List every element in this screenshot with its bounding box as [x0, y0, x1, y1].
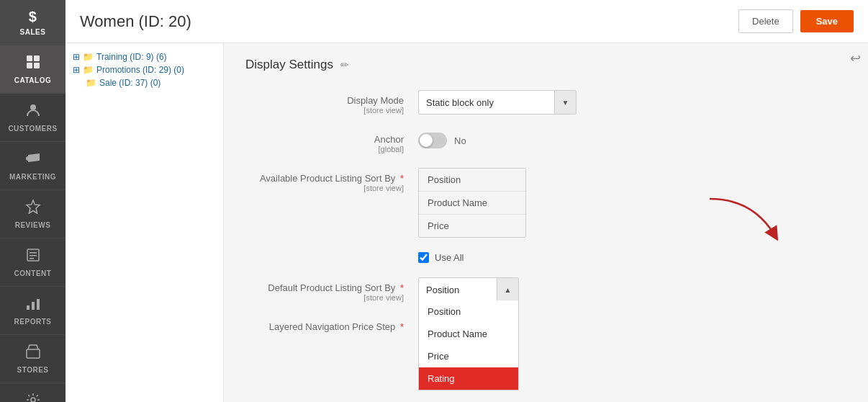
- sidebar-stores-label: STORES: [17, 366, 49, 374]
- stores-icon: [25, 344, 41, 363]
- anchor-toggle-label: No: [454, 135, 466, 146]
- delete-button[interactable]: Delete: [738, 9, 793, 33]
- display-mode-row: Display Mode [store view] Static block o…: [245, 90, 846, 115]
- sidebar-item-sales[interactable]: $ SALES: [0, 0, 65, 45]
- sidebar-reviews-label: REVIEWS: [15, 221, 51, 229]
- listbox-item-price[interactable]: Price: [419, 215, 525, 237]
- tree-item-label: Promotions (ID: 29) (0): [96, 65, 184, 75]
- display-mode-select-wrapper[interactable]: Static block only Products only Static b…: [418, 90, 577, 115]
- undo-icon[interactable]: ↩: [850, 50, 861, 66]
- sidebar-customers-label: CUSTOMERS: [8, 125, 57, 133]
- sidebar-item-customers[interactable]: CUSTOMERS: [0, 94, 65, 142]
- option-position[interactable]: Position: [419, 300, 518, 323]
- sidebar-item-label: SALES: [20, 28, 46, 36]
- default-sort-row: Default Product Listing Sort By * [store…: [245, 277, 846, 302]
- expand-icon: ⊞: [73, 52, 80, 62]
- main-area: Women (ID: 20) Delete Save ⊞ 📁 Training …: [65, 0, 868, 402]
- tree-item-label: Sale (ID: 37) (0): [99, 78, 161, 88]
- gear-icon: [25, 392, 41, 402]
- section-title: Display Settings: [245, 58, 333, 72]
- svg-marker-7: [27, 200, 40, 213]
- sidebar-item-system[interactable]: SYSTEM: [0, 383, 65, 402]
- default-sort-label: Default Product Listing Sort By * [store…: [245, 277, 404, 302]
- sidebar: $ SALES CATALOG CUSTOMERS: [0, 0, 65, 402]
- page-title: Women (ID: 20): [80, 12, 191, 31]
- anchor-control: No: [418, 129, 778, 148]
- svg-rect-14: [37, 299, 40, 310]
- sidebar-item-content[interactable]: CONTENT: [0, 238, 65, 287]
- svg-point-4: [30, 104, 36, 110]
- option-product-name[interactable]: Product Name: [419, 323, 518, 345]
- reviews-icon: [25, 199, 41, 218]
- option-price[interactable]: Price: [419, 345, 518, 367]
- catalog-icon: [25, 54, 41, 73]
- body-area: ⊞ 📁 Training (ID: 9) (6) ⊞ 📁 Promotions …: [65, 43, 868, 402]
- save-button[interactable]: Save: [800, 10, 854, 32]
- svg-point-16: [31, 398, 35, 402]
- default-sort-trigger[interactable]: Position ▲: [418, 277, 519, 302]
- listbox-item-product-name[interactable]: Product Name: [419, 192, 525, 215]
- sidebar-item-marketing[interactable]: MARKETING: [0, 142, 65, 190]
- sidebar-item-reports[interactable]: REPORTS: [0, 287, 65, 335]
- sidebar-item-reviews[interactable]: REVIEWS: [0, 190, 65, 238]
- tree-item-sale[interactable]: 📁 Sale (ID: 37) (0): [73, 76, 216, 89]
- svg-rect-13: [32, 302, 35, 310]
- anchor-label: Anchor [global]: [245, 129, 404, 153]
- customers-icon: [25, 102, 41, 122]
- folder-icon-promotions: 📁: [83, 65, 94, 75]
- svg-rect-9: [30, 252, 37, 254]
- available-sort-listbox[interactable]: Position Product Name Price: [418, 168, 526, 238]
- edit-icon[interactable]: ✏: [340, 59, 349, 71]
- layered-nav-row: Layered Navigation Price Step *: [245, 316, 846, 337]
- section-header: Display Settings ✏: [245, 58, 846, 72]
- sidebar-marketing-label: MARKETING: [9, 173, 56, 181]
- sidebar-reports-label: REPORTS: [14, 318, 52, 326]
- default-sort-control: Position ▲ Position Product Name Price R…: [418, 277, 778, 302]
- use-all-label[interactable]: Use All: [435, 252, 464, 263]
- svg-rect-0: [27, 55, 32, 61]
- use-all-checkbox[interactable]: [418, 252, 429, 263]
- default-sort-value: Position: [419, 280, 497, 300]
- tree-item-label: Training (ID: 9) (6): [96, 52, 167, 62]
- available-sort-label: Available Product Listing Sort By * [sto…: [245, 168, 404, 192]
- dropdown-up-arrow-icon[interactable]: ▲: [497, 278, 518, 301]
- default-sort-menu: Position Product Name Price Rating: [418, 300, 519, 390]
- svg-rect-15: [27, 349, 40, 358]
- display-mode-control: Static block only Products only Static b…: [418, 90, 778, 115]
- svg-rect-11: [30, 258, 34, 259]
- left-panel: ⊞ 📁 Training (ID: 9) (6) ⊞ 📁 Promotions …: [65, 43, 224, 402]
- dollar-icon: $: [29, 9, 37, 25]
- tree-item-training[interactable]: ⊞ 📁 Training (ID: 9) (6): [73, 50, 216, 63]
- anchor-toggle-wrapper: No: [418, 129, 778, 148]
- svg-rect-1: [34, 55, 40, 61]
- listbox-item-position[interactable]: Position: [419, 169, 525, 192]
- default-sort-dropdown: Position ▲ Position Product Name Price R…: [418, 277, 519, 302]
- right-content: ↩ Display Settings ✏ Display Mode [store…: [224, 43, 868, 402]
- anchor-toggle[interactable]: [418, 133, 447, 148]
- page-header: Women (ID: 20) Delete Save: [65, 0, 868, 43]
- folder-icon-training: 📁: [83, 52, 94, 62]
- select-arrow-icon[interactable]: ▼: [554, 91, 576, 114]
- marketing-icon: [25, 151, 41, 170]
- folder-icon-sale: 📁: [86, 78, 96, 88]
- header-actions: Delete Save: [738, 9, 854, 33]
- svg-rect-10: [30, 255, 37, 256]
- reports-icon: [25, 295, 41, 315]
- sidebar-item-stores[interactable]: STORES: [0, 335, 65, 383]
- sidebar-catalog-label: CATALOG: [14, 76, 51, 84]
- svg-rect-2: [27, 63, 32, 68]
- svg-point-6: [26, 156, 30, 161]
- layered-nav-label: Layered Navigation Price Step *: [245, 316, 404, 332]
- anchor-row: Anchor [global] No: [245, 129, 846, 153]
- svg-rect-12: [27, 305, 30, 310]
- use-all-row: Use All: [418, 252, 846, 263]
- svg-rect-3: [34, 63, 40, 68]
- sidebar-item-catalog[interactable]: CATALOG: [0, 45, 65, 94]
- arrow-annotation: [702, 192, 789, 251]
- content-icon: [25, 247, 41, 267]
- display-mode-select[interactable]: Static block only Products only Static b…: [419, 92, 554, 113]
- display-mode-label: Display Mode [store view]: [245, 90, 404, 115]
- tree-item-promotions[interactable]: ⊞ 📁 Promotions (ID: 29) (0): [73, 63, 216, 76]
- sidebar-content-label: CONTENT: [14, 269, 52, 277]
- option-rating[interactable]: Rating: [419, 367, 518, 390]
